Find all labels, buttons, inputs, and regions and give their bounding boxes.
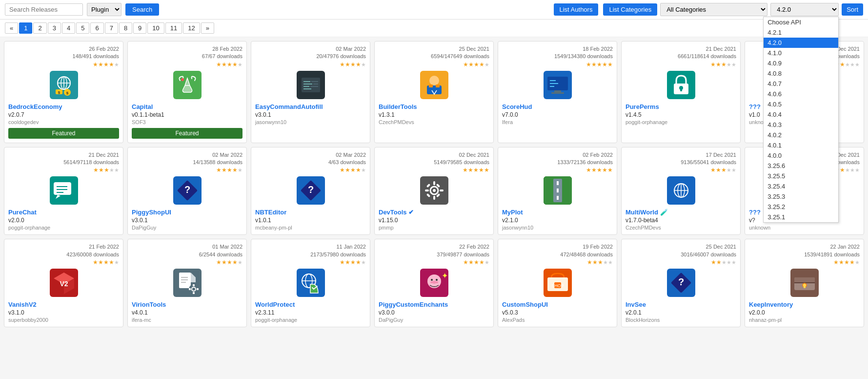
api-option-405[interactable]: 4.0.5	[764, 99, 838, 109]
plugin-card-worldprotect[interactable]: 11 Jan 2022 2173/57980 downloads ★★★★★ W…	[251, 239, 370, 327]
plugin-card-devtools[interactable]: 02 Dec 2021 5149/79585 downloads ★★★★★ D…	[374, 147, 494, 235]
api-option-choose[interactable]: Choose API	[764, 17, 838, 27]
card-title[interactable]: ???	[749, 103, 761, 110]
plugin-card-bedrockeconomy[interactable]: 26 Feb 2022 148/491 downloads ★★★★★ $$ B…	[4, 41, 123, 143]
card-title[interactable]: DevTools ✔	[379, 209, 414, 216]
card-title[interactable]: BuilderTools	[379, 103, 417, 110]
plugin-card-multiworld[interactable]: 17 Dec 2021 9136/55041 downloads ★★★★★ M…	[621, 147, 741, 235]
list-categories-button[interactable]: List Categories	[603, 3, 657, 16]
card-icon-wrap: V2	[8, 269, 119, 297]
card-title[interactable]: NBTEditor	[255, 209, 286, 216]
api-option-3252[interactable]: 3.25.2	[764, 202, 838, 212]
pagination-page-9[interactable]: 9	[133, 22, 146, 34]
star-filled: ★	[716, 259, 722, 266]
plugin-card-scorehud[interactable]: 18 Feb 2022 1549/134380 downloads ★★★★★ …	[498, 41, 617, 143]
plugin-card-nbteditor[interactable]: 02 Mar 2022 4/63 downloads ★★★★★ ? NBTEd…	[251, 147, 370, 235]
api-dropdown-list[interactable]: Choose API 4.2.1 4.2.0 4.1.0 4.0.9 4.0.8…	[763, 17, 839, 223]
card-downloads: 6/2544 downloads	[199, 252, 242, 257]
plugin-card-invsee[interactable]: 25 Dec 2021 3016/46007 downloads ★★★★★ ?…	[621, 239, 741, 327]
card-title[interactable]: InvSee	[626, 301, 646, 308]
plugin-card-pureperms[interactable]: 21 Dec 2021 6661/118614 downloads ★★★★★ …	[621, 41, 741, 143]
pagination-prev[interactable]: «	[5, 22, 18, 34]
plugin-card-vanishv2[interactable]: 21 Feb 2022 423/60008 downloads ★★★★★ V2…	[4, 239, 123, 327]
card-title[interactable]: Capital	[132, 103, 153, 110]
card-stars: ★★★★★	[710, 167, 736, 173]
api-option-3253[interactable]: 3.25.3	[764, 191, 838, 202]
card-title[interactable]: KeepInventory	[749, 301, 793, 308]
star-filled: ★	[710, 167, 716, 173]
api-option-421[interactable]: 4.2.1	[764, 27, 838, 38]
search-button[interactable]: Search	[125, 3, 159, 16]
api-option-400[interactable]: 4.0.0	[764, 150, 838, 161]
api-select[interactable]: Choose API 4.2.1 4.2.0 4.1.0 4.0.9 4.0.8…	[770, 3, 839, 16]
pagination-page-4[interactable]: 4	[62, 22, 75, 34]
api-option-406[interactable]: 4.0.6	[764, 89, 838, 99]
api-option-420[interactable]: 4.2.0	[764, 38, 838, 48]
card-title[interactable]: ScoreHud	[502, 103, 532, 110]
card-downloads: 9136/55041 downloads	[681, 159, 736, 165]
api-option-409[interactable]: 4.0.9	[764, 58, 838, 68]
api-option-3251[interactable]: 3.25.1	[764, 212, 838, 222]
search-input[interactable]	[5, 3, 83, 16]
card-title[interactable]: VanishV2	[8, 301, 37, 308]
star-filled: ★	[227, 167, 232, 173]
star-filled: ★	[103, 61, 109, 68]
card-title[interactable]: PureChat	[8, 209, 37, 216]
card-author: unknown	[749, 225, 770, 231]
pagination-page-10[interactable]: 10	[147, 22, 164, 34]
card-meta: 01 Mar 2022 6/2544 downloads ★★★★★	[132, 243, 242, 267]
card-title[interactable]: ???	[749, 209, 761, 216]
plugin-card-capital[interactable]: 28 Feb 2022 67/67 downloads ★★★★★ Capita…	[127, 41, 247, 143]
pagination-page-11[interactable]: 11	[165, 22, 182, 34]
plugin-card-easycommandautofill[interactable]: 02 Mar 2022 20/47976 downloads ★★★★★ Eas…	[251, 41, 370, 143]
plugin-card-keepinventory[interactable]: 22 Jan 2022 1539/41891 downloads ★★★★★ K…	[745, 239, 864, 327]
list-authors-button[interactable]: List Authors	[554, 3, 599, 16]
card-title[interactable]: MultiWorld 🧪	[626, 209, 668, 216]
svg-rect-81	[179, 273, 191, 288]
api-option-401[interactable]: 4.0.1	[764, 140, 838, 150]
category-select[interactable]: All Categories	[660, 3, 767, 16]
pagination-page-3[interactable]: 3	[48, 22, 61, 34]
plugin-card-buildertools[interactable]: 25 Dec 2021 6594/147649 downloads ★★★★★ …	[374, 41, 494, 143]
card-title[interactable]: BedrockEconomy	[8, 103, 62, 110]
api-option-408[interactable]: 4.0.8	[764, 68, 838, 79]
card-title[interactable]: WorldProtect	[255, 301, 295, 308]
api-option-3254[interactable]: 3.25.4	[764, 181, 838, 191]
card-version: v1.4.5	[626, 111, 642, 118]
card-title[interactable]: PiggyCustomEnchants	[379, 301, 448, 308]
star-empty: ★	[845, 62, 850, 67]
pagination-page-8[interactable]: 8	[119, 22, 132, 34]
star-empty: ★	[731, 167, 736, 173]
plugin-card-piggyshopui[interactable]: 02 Mar 2022 14/13588 downloads ★★★★★ ? P…	[127, 147, 247, 235]
api-option-410[interactable]: 4.1.0	[764, 48, 838, 58]
api-option-3256[interactable]: 3.25.6	[764, 161, 838, 171]
card-icon-wrap	[8, 176, 119, 205]
api-option-402[interactable]: 4.0.2	[764, 130, 838, 140]
api-option-404[interactable]: 4.0.4	[764, 109, 838, 120]
type-select[interactable]: Plugin Theme World	[87, 3, 121, 16]
pagination-page-2[interactable]: 2	[33, 22, 46, 34]
pagination-page-12[interactable]: 12	[183, 22, 200, 34]
card-title[interactable]: CustomShopUI	[502, 301, 548, 308]
card-title[interactable]: PiggyShopUI	[132, 209, 171, 216]
pagination-page-6[interactable]: 6	[90, 22, 103, 34]
card-title[interactable]: EasyCommandAutofill	[255, 103, 323, 110]
plugin-card-customshopui[interactable]: 19 Feb 2022 472/48468 downloads ★★★★★ SH…	[498, 239, 617, 327]
card-title[interactable]: MyPlot	[502, 209, 523, 216]
plugin-card-myplot[interactable]: 02 Feb 2022 1333/72136 downloads ★★★★★ M…	[498, 147, 617, 235]
pagination-page-5[interactable]: 5	[76, 22, 89, 34]
pagination-next[interactable]: »	[201, 22, 214, 34]
card-title[interactable]: VirionTools	[132, 301, 166, 308]
api-option-3255[interactable]: 3.25.5	[764, 171, 838, 181]
api-option-403[interactable]: 4.0.3	[764, 120, 838, 130]
card-title[interactable]: PurePerms	[626, 103, 659, 110]
plugin-card-piggycustomenchants[interactable]: 22 Feb 2022 379/49877 downloads ★★★★★ ✦ …	[374, 239, 494, 327]
pagination-page-1[interactable]: 1	[19, 22, 32, 34]
api-option-407[interactable]: 4.0.7	[764, 79, 838, 89]
sort-button[interactable]: Sort	[842, 3, 863, 16]
pagination-page-7[interactable]: 7	[105, 22, 118, 34]
plugin-card-purechat[interactable]: 21 Dec 2021 5614/97118 downloads ★★★★★ P…	[4, 147, 123, 235]
star-filled: ★	[222, 61, 227, 68]
svg-text:$: $	[58, 90, 60, 95]
plugin-card-viriontools[interactable]: 01 Mar 2022 6/2544 downloads ★★★★★ Virio…	[127, 239, 247, 327]
